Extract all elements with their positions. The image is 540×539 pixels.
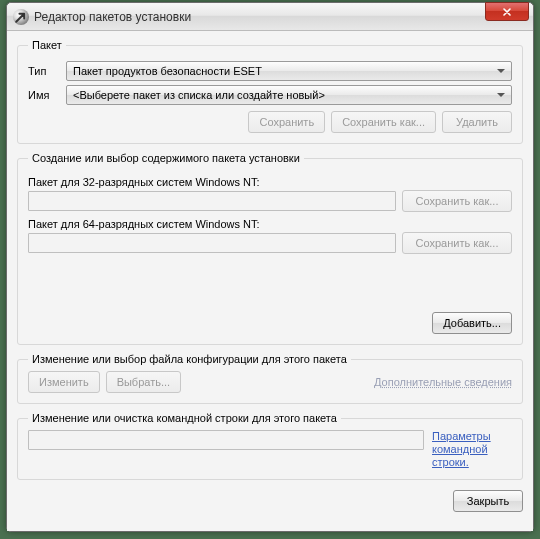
close-icon[interactable]	[485, 2, 529, 21]
type-combo[interactable]: Пакет продуктов безопасности ESET	[66, 61, 512, 81]
add-button[interactable]: Добавить...	[432, 312, 512, 334]
contents-legend: Создание или выбор содержимого пакета ус…	[28, 152, 304, 164]
name-combo-value: <Выберете пакет из списка или создайте н…	[73, 89, 497, 101]
type-combo-value: Пакет продуктов безопасности ESET	[73, 65, 497, 77]
contents-group: Создание или выбор содержимого пакета ус…	[17, 152, 523, 345]
cmdline-params-link[interactable]: Параметры командной строки.	[432, 430, 512, 469]
nt32-label: Пакет для 32-разрядных систем Windows NT…	[28, 176, 512, 188]
nt32-saveas-button[interactable]: Сохранить как...	[402, 190, 512, 212]
edit-config-button[interactable]: Изменить	[28, 371, 100, 393]
select-config-button[interactable]: Выбрать...	[106, 371, 181, 393]
save-as-button[interactable]: Сохранить как...	[331, 111, 436, 133]
config-group: Изменение или выбор файла конфигурации д…	[17, 353, 523, 404]
nt64-saveas-button[interactable]: Сохранить как...	[402, 232, 512, 254]
nt32-path-input[interactable]	[28, 191, 396, 211]
dialog-window: Редактор пакетов установки Пакет Тип Пак…	[6, 2, 534, 532]
type-label: Тип	[28, 65, 58, 77]
delete-button[interactable]: Удалить	[442, 111, 512, 133]
chevron-down-icon	[497, 93, 505, 97]
save-button[interactable]: Сохранить	[248, 111, 325, 133]
config-legend: Изменение или выбор файла конфигурации д…	[28, 353, 351, 365]
nt64-path-input[interactable]	[28, 233, 396, 253]
chevron-down-icon	[497, 69, 505, 73]
name-combo[interactable]: <Выберете пакет из списка или создайте н…	[66, 85, 512, 105]
nt64-label: Пакет для 64-разрядных систем Windows NT…	[28, 218, 512, 230]
app-icon	[13, 9, 29, 25]
titlebar[interactable]: Редактор пакетов установки	[7, 3, 533, 31]
dialog-content: Пакет Тип Пакет продуктов безопасности E…	[7, 31, 533, 531]
package-legend: Пакет	[28, 39, 66, 51]
more-info-link[interactable]: Дополнительные сведения	[374, 376, 512, 388]
cmdline-input[interactable]	[28, 430, 424, 450]
close-button[interactable]: Закрыть	[453, 490, 523, 512]
cmdline-legend: Изменение или очистка командной строки д…	[28, 412, 341, 424]
window-title: Редактор пакетов установки	[34, 10, 191, 24]
name-label: Имя	[28, 89, 58, 101]
cmdline-group: Изменение или очистка командной строки д…	[17, 412, 523, 480]
package-group: Пакет Тип Пакет продуктов безопасности E…	[17, 39, 523, 144]
